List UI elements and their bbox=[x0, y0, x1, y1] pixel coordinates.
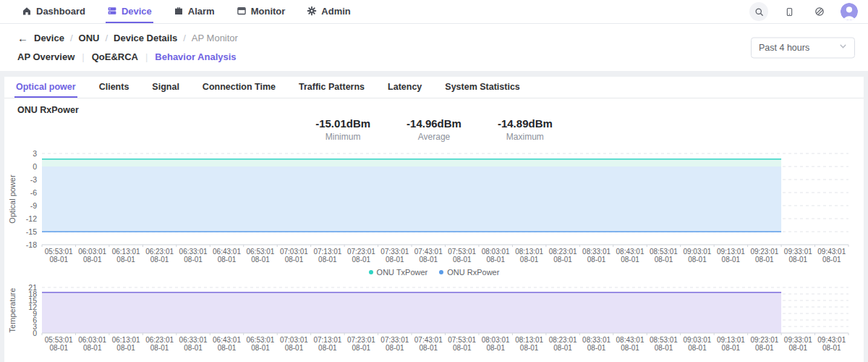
svg-text:08-01: 08-01 bbox=[688, 344, 707, 352]
svg-text:08-01: 08-01 bbox=[789, 256, 808, 264]
gear-icon bbox=[307, 6, 317, 16]
svg-text:08-01: 08-01 bbox=[116, 256, 135, 264]
nav-item-dashboard[interactable]: Dashboard bbox=[20, 0, 87, 23]
svg-text:06:53:01: 06:53:01 bbox=[247, 248, 275, 256]
svg-text:08-01: 08-01 bbox=[285, 256, 304, 264]
subnav-item-ap-overview[interactable]: AP Overview bbox=[17, 51, 75, 62]
navbar-right-actions bbox=[749, 0, 858, 23]
svg-text:08:03:01: 08:03:01 bbox=[482, 336, 510, 344]
svg-text:08-01: 08-01 bbox=[251, 256, 270, 264]
monitor-icon bbox=[237, 6, 247, 16]
svg-text:06:03:01: 06:03:01 bbox=[78, 336, 106, 344]
tab-clients[interactable]: Clients bbox=[98, 77, 131, 98]
svg-text:08:43:01: 08:43:01 bbox=[616, 248, 644, 256]
svg-text:09:13:01: 09:13:01 bbox=[717, 248, 745, 256]
svg-text:-18: -18 bbox=[26, 240, 37, 249]
y-axis-label: Optical power bbox=[8, 174, 17, 224]
nav-item-admin[interactable]: Admin bbox=[305, 0, 352, 23]
legend-item-onu-rxpower[interactable]: ONU RxPower bbox=[439, 268, 499, 277]
svg-text:08-01: 08-01 bbox=[655, 344, 673, 352]
nav-item-device[interactable]: Device bbox=[106, 0, 153, 23]
svg-text:08-01: 08-01 bbox=[722, 256, 741, 264]
search-icon bbox=[754, 7, 764, 17]
mobile-icon-button[interactable] bbox=[780, 2, 799, 21]
mobile-icon bbox=[785, 7, 794, 17]
svg-text:08-01: 08-01 bbox=[520, 256, 539, 264]
user-avatar[interactable] bbox=[841, 3, 858, 20]
search-icon-button[interactable] bbox=[749, 2, 768, 21]
svg-text:08-01: 08-01 bbox=[822, 344, 841, 352]
svg-text:08-01: 08-01 bbox=[553, 344, 572, 352]
svg-text:06:43:01: 06:43:01 bbox=[213, 248, 241, 256]
stat-maximum: -14.89dBmMaximum bbox=[498, 117, 553, 142]
svg-text:-9: -9 bbox=[30, 201, 37, 210]
breadcrumb: ←Device/ONU/Device Details/AP Monitor bbox=[17, 32, 851, 44]
globe-icon bbox=[814, 7, 825, 17]
tab-system-statistics[interactable]: System Statistics bbox=[443, 77, 522, 98]
svg-text:08-01: 08-01 bbox=[285, 344, 304, 352]
subnav: AP Overview|QoE&RCA|Behavior Analysis bbox=[17, 51, 851, 62]
svg-text:06:23:01: 06:23:01 bbox=[145, 248, 174, 256]
svg-text:08-01: 08-01 bbox=[184, 256, 203, 264]
tab-connection-time[interactable]: Connection Time bbox=[201, 77, 277, 98]
svg-text:08-01: 08-01 bbox=[318, 344, 337, 352]
svg-text:08-01: 08-01 bbox=[553, 256, 572, 264]
tab-traffic-patterns[interactable]: Traffic Patterns bbox=[297, 77, 366, 98]
svg-text:09:33:01: 09:33:01 bbox=[784, 336, 812, 344]
svg-text:08-01: 08-01 bbox=[587, 344, 606, 352]
tab-signal[interactable]: Signal bbox=[150, 77, 181, 98]
stat-label: Maximum bbox=[498, 132, 553, 142]
nav-item-label: Dashboard bbox=[36, 6, 85, 17]
tab-optical-power[interactable]: Optical power bbox=[14, 77, 77, 98]
legend-dot bbox=[369, 270, 373, 274]
svg-text:08-01: 08-01 bbox=[83, 344, 102, 352]
svg-text:07:23:01: 07:23:01 bbox=[347, 336, 375, 344]
stat-average: -14.96dBmAverage bbox=[407, 117, 461, 142]
svg-text:08-01: 08-01 bbox=[822, 256, 841, 264]
svg-text:07:33:01: 07:33:01 bbox=[380, 248, 409, 256]
svg-text:06:13:01: 06:13:01 bbox=[112, 336, 140, 344]
svg-text:08-01: 08-01 bbox=[150, 344, 169, 352]
svg-text:-6: -6 bbox=[30, 188, 37, 197]
svg-text:07:23:01: 07:23:01 bbox=[347, 248, 375, 256]
subnav-item-qoe-rca[interactable]: QoE&RCA bbox=[92, 51, 138, 62]
svg-text:08-01: 08-01 bbox=[688, 256, 707, 264]
svg-text:06:23:01: 06:23:01 bbox=[145, 336, 174, 344]
arrow-left-icon[interactable]: ← bbox=[17, 32, 28, 44]
top-navbar: DashboardDeviceAlarmMonitorAdmin bbox=[0, 0, 868, 24]
svg-text:07:33:01: 07:33:01 bbox=[380, 336, 409, 344]
legend-label: ONU TxPower bbox=[377, 268, 428, 277]
breadcrumb-item[interactable]: ONU bbox=[79, 33, 100, 43]
nav-item-label: Alarm bbox=[188, 6, 215, 17]
svg-text:08-01: 08-01 bbox=[116, 344, 135, 352]
subnav-separator: | bbox=[145, 51, 148, 62]
svg-text:08:43:01: 08:43:01 bbox=[616, 336, 644, 344]
svg-text:08-01: 08-01 bbox=[83, 256, 102, 264]
nav-item-alarm[interactable]: Alarm bbox=[172, 0, 216, 23]
svg-text:07:43:01: 07:43:01 bbox=[414, 248, 443, 256]
nav-item-monitor[interactable]: Monitor bbox=[235, 0, 287, 23]
svg-text:08-01: 08-01 bbox=[486, 344, 505, 352]
subnav-item-behavior-analysis[interactable]: Behavior Analysis bbox=[155, 51, 236, 62]
breadcrumb-item[interactable]: Device Details bbox=[114, 33, 177, 43]
breadcrumb-separator: / bbox=[70, 33, 73, 43]
breadcrumb-separator: / bbox=[105, 33, 108, 43]
nav-item-label: Device bbox=[122, 6, 152, 17]
svg-text:09:23:01: 09:23:01 bbox=[750, 248, 778, 256]
optical-power-chart: 30-3-6-9-12-15-1805:53:0108-0106:03:0108… bbox=[4, 148, 864, 266]
globe-icon-button[interactable] bbox=[810, 2, 829, 21]
svg-text:07:13:01: 07:13:01 bbox=[313, 248, 341, 256]
svg-text:07:13:01: 07:13:01 bbox=[313, 336, 341, 344]
svg-text:09:33:01: 09:33:01 bbox=[784, 248, 812, 256]
main-card: Optical powerClientsSignalConnection Tim… bbox=[4, 77, 864, 362]
tab-latency[interactable]: Latency bbox=[386, 77, 423, 98]
svg-text:09:23:01: 09:23:01 bbox=[750, 336, 778, 344]
breadcrumb-item[interactable]: Device bbox=[34, 33, 64, 43]
stat-label: Average bbox=[407, 132, 461, 142]
svg-text:07:43:01: 07:43:01 bbox=[414, 336, 443, 344]
svg-text:08-01: 08-01 bbox=[755, 256, 774, 264]
time-range-select[interactable]: Past 4 hours bbox=[751, 37, 855, 58]
legend-item-onu-txpower[interactable]: ONU TxPower bbox=[369, 268, 428, 277]
svg-text:08-01: 08-01 bbox=[49, 344, 68, 352]
svg-text:06:03:01: 06:03:01 bbox=[78, 248, 106, 256]
